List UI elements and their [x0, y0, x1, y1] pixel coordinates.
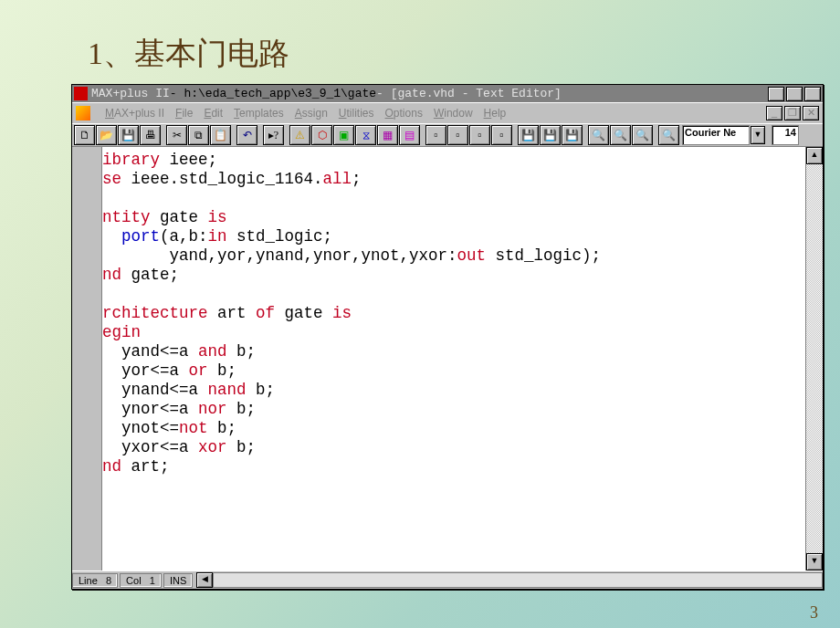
- code-text: yand<=a: [102, 342, 198, 361]
- font-size-field[interactable]: 14: [772, 125, 799, 145]
- title-doc: - [gate.vhd - Text Editor]: [376, 87, 562, 100]
- save-icon[interactable]: 💾: [518, 125, 539, 145]
- status-bar: Line 8 Col 1 INS ◀: [72, 570, 823, 589]
- menu-assign[interactable]: Assign: [295, 107, 328, 120]
- code-text: all: [323, 170, 352, 188]
- code-text: art;: [121, 457, 170, 476]
- find-icon[interactable]: 🔍: [658, 125, 679, 145]
- tool-icon[interactable]: ▫: [491, 125, 512, 145]
- code-text: is: [332, 304, 352, 322]
- status-line: Line 8: [72, 573, 118, 588]
- scroll-track[interactable]: [806, 164, 823, 553]
- code-text: or: [189, 361, 208, 380]
- code-text: b;: [247, 381, 276, 399]
- horizontal-scrollbar[interactable]: [213, 572, 823, 588]
- code-text: ieee.std_logic_1164.: [121, 170, 323, 188]
- menu-utilities[interactable]: Utilities: [339, 107, 374, 120]
- open-icon[interactable]: 📂: [96, 125, 117, 145]
- code-text: port: [102, 227, 160, 246]
- title-bar: MAX+plus II - h:\eda_tech_app\e3_9_1\gat…: [72, 85, 823, 102]
- code-text: and: [198, 342, 227, 361]
- find-prev-icon[interactable]: 🔍: [632, 125, 653, 145]
- menu-app[interactable]: MMAX+plus IIAX+plus II: [105, 107, 164, 120]
- menu-file[interactable]: File: [175, 107, 193, 120]
- code-text: nd: [102, 266, 121, 284]
- code-text: std_logic);: [486, 246, 601, 265]
- save-icon[interactable]: 💾: [118, 125, 139, 145]
- tool-icon[interactable]: ▫: [447, 125, 468, 145]
- find-icon[interactable]: 🔍: [588, 125, 609, 145]
- code-text: gate;: [121, 266, 179, 284]
- help-icon[interactable]: ▸?: [263, 125, 284, 145]
- tool-icon[interactable]: ▫: [425, 125, 446, 145]
- new-icon[interactable]: 🗋: [74, 125, 95, 145]
- code-text: nor: [198, 400, 227, 418]
- copy-icon[interactable]: ⧉: [188, 125, 209, 145]
- menu-templates[interactable]: Templates: [234, 107, 284, 120]
- scroll-left-icon[interactable]: ◀: [196, 572, 213, 588]
- code-text: gate: [151, 208, 208, 226]
- code-text: in: [208, 227, 227, 246]
- timing-icon[interactable]: ⧖: [355, 125, 376, 145]
- code-text: ynot<=: [102, 419, 179, 437]
- ide-window: MAX+plus II - h:\eda_tech_app\e3_9_1\gat…: [71, 84, 824, 590]
- code-text: ynand<=a: [102, 381, 208, 399]
- page-title: 1、基本门电路: [0, 0, 840, 84]
- programmer-icon[interactable]: ▤: [399, 125, 420, 145]
- menu-bar: MMAX+plus IIAX+plus II File Edit Templat…: [72, 102, 823, 123]
- code-text: out: [457, 246, 487, 265]
- compile-icon[interactable]: ⚠: [289, 125, 310, 145]
- code-text: b;: [227, 400, 257, 418]
- scroll-down-icon[interactable]: ▼: [806, 553, 823, 570]
- hierarchy-icon[interactable]: ⬡: [311, 125, 332, 145]
- code-text: of: [256, 304, 275, 322]
- mdi-window-controls: _ ❐ ✕: [768, 87, 821, 101]
- status-col: Col 1: [120, 573, 162, 588]
- code-text: yxor<=a: [102, 438, 198, 456]
- code-text: ;: [352, 170, 362, 188]
- code-text: b;: [227, 342, 257, 361]
- code-text: gate: [275, 304, 332, 322]
- font-dropdown-icon[interactable]: ▼: [751, 126, 765, 144]
- menu-help[interactable]: Help: [484, 107, 507, 120]
- close-button[interactable]: ✕: [804, 87, 821, 101]
- code-text: ynor<=a: [102, 400, 198, 418]
- floorplan-icon[interactable]: ▦: [377, 125, 398, 145]
- code-text: egin: [102, 323, 141, 341]
- scroll-up-icon[interactable]: ▲: [806, 147, 823, 164]
- find-next-icon[interactable]: 🔍: [610, 125, 631, 145]
- code-editor[interactable]: ibrary ieee; se ieee.std_logic_1164.all;…: [102, 147, 805, 570]
- undo-icon[interactable]: ↶: [236, 125, 257, 145]
- minimize-button[interactable]: _: [768, 87, 784, 101]
- save-icon[interactable]: 💾: [540, 125, 561, 145]
- tool-icon[interactable]: ▫: [469, 125, 490, 145]
- vertical-scrollbar[interactable]: ▲ ▼: [805, 147, 823, 570]
- menu-edit[interactable]: Edit: [204, 107, 223, 120]
- print-icon[interactable]: 🖶: [140, 125, 161, 145]
- code-text: not: [179, 419, 208, 437]
- restore-button[interactable]: ❐: [786, 87, 803, 101]
- code-text: b;: [208, 419, 237, 437]
- menu-window[interactable]: Window: [434, 107, 473, 120]
- title-path: - h:\eda_tech_app\e3_9_1\gate: [170, 87, 376, 100]
- code-text: yor<=a: [102, 361, 189, 380]
- slide-number: 3: [810, 603, 818, 623]
- code-text: ibrary: [102, 151, 160, 169]
- code-text: b;: [208, 361, 237, 380]
- save-icon[interactable]: 💾: [562, 125, 583, 145]
- restore-button[interactable]: ❐: [784, 106, 801, 120]
- cut-icon[interactable]: ✂: [166, 125, 187, 145]
- font-name-field[interactable]: Courier Ne: [682, 125, 750, 145]
- paste-icon[interactable]: 📋: [210, 125, 231, 145]
- app-icon: [74, 87, 88, 100]
- minimize-button[interactable]: _: [766, 106, 782, 120]
- gutter: [72, 147, 102, 570]
- close-button[interactable]: ✕: [803, 106, 819, 120]
- simulate-icon[interactable]: ▣: [333, 125, 354, 145]
- code-text: se: [102, 170, 121, 188]
- menu-options[interactable]: Options: [385, 107, 423, 120]
- code-text: b;: [227, 438, 257, 456]
- window-controls: _ ❐ ✕: [766, 106, 819, 120]
- title-app: MAX+plus II: [91, 87, 170, 100]
- toolbar: 🗋 📂 💾 🖶 ✂ ⧉ 📋 ↶ ▸? ⚠ ⬡ ▣ ⧖ ▦ ▤ ▫ ▫ ▫ ▫ 💾…: [72, 123, 823, 147]
